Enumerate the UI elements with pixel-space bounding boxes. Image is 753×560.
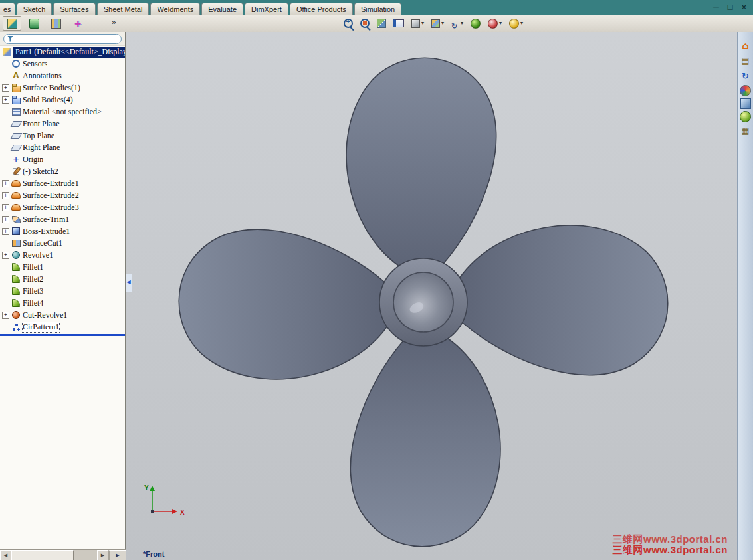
close-button[interactable]: × [738,2,750,12]
home-icon[interactable] [739,39,752,52]
file-explorer-icon[interactable] [739,70,752,83]
dropdown-caret-icon[interactable]: ▾ [499,21,502,26]
dropdown-caret-icon[interactable]: ▾ [441,21,444,26]
propeller-blade-right[interactable] [453,225,668,375]
tab-office-products[interactable]: Office Products [290,3,353,15]
expand-toggle[interactable]: + [2,192,9,199]
display-style-button[interactable]: ▾ [410,16,425,31]
view-orientation-label: *Front [143,550,164,558]
scrollbar-thumb[interactable] [11,550,74,560]
tree-item-top-plane[interactable]: + Top Plane [0,130,125,141]
view-settings-button[interactable]: ▾ [508,16,524,31]
propeller-blade-top[interactable] [346,58,496,272]
propertymanager-tab[interactable] [25,16,43,31]
tree-item-surface-extrude2[interactable]: + Surface-Extrude2 [0,189,125,201]
tree-item-fillet1[interactable]: + Fillet1 [0,261,125,273]
tree-item-front-plane[interactable]: + Front Plane [0,118,125,130]
featuremanager-design-tree-tab[interactable] [3,16,21,31]
tree-item-cut-revolve1[interactable]: + Cut-Revolve1 [0,309,125,321]
tab-evaluate[interactable]: Evaluate [201,3,243,15]
tree-item-surfacecut1[interactable]: + SurfaceCut1 [0,237,125,249]
tree-item-cirpattern1[interactable]: + CirPattern1 [0,321,125,333]
tab-sketch[interactable]: Sketch [17,3,53,15]
rollback-bar[interactable] [0,334,125,336]
section-view-button[interactable] [376,16,387,31]
propeller-hub-dome[interactable] [393,272,453,332]
tree-item-label: (-) Sketch2 [23,167,58,177]
tree-item-label: SurfaceCut1 [23,238,62,248]
tree-item-surface-extrude3[interactable]: + Surface-Extrude3 [0,201,125,213]
tree-filter-input[interactable] [3,34,122,44]
tree-item-origin[interactable]: + Origin [0,153,125,165]
tab-dimxpert[interactable]: DimXpert [245,3,288,15]
expand-toggle[interactable]: + [2,252,9,259]
scrollbar-track[interactable] [11,550,97,560]
tree-item-boss-extrude1[interactable]: + Boss-Extrude1 [0,225,125,237]
graphics-area[interactable]: Y X *Front 三维网www.3dportal.cn 三维网www.3dp… [126,32,737,560]
edit-appearance-button[interactable] [469,16,482,31]
expand-toggle[interactable]: + [2,180,9,187]
tree-item-material-not-specified[interactable]: + Material <not specified> [0,106,125,118]
tree-item-sensors[interactable]: + Sensors [0,58,125,70]
tree-horizontal-scrollbar[interactable]: ◀ ▶ ▶ [0,549,126,560]
design-library-icon[interactable] [739,54,752,68]
annotations-icon [11,71,21,80]
tree-item-solid-bodies-4[interactable]: + Solid Bodies(4) [0,94,125,106]
apply-scene-button[interactable]: ▾ [486,16,503,31]
rotate-view-button[interactable]: ▾ [450,16,465,31]
zoom-to-fit-button[interactable] [359,16,371,31]
expand-toggle[interactable]: + [2,204,9,211]
appearances-icon[interactable] [740,98,751,109]
tree-item-annotations[interactable]: + Annotations [0,70,125,82]
tree-item-part1-root[interactable]: Part1 (Default<<Default>_Display [0,46,125,58]
tab-sheet-metal[interactable]: Sheet Metal [97,3,150,15]
dimxpertmanager-tab[interactable] [68,16,87,31]
dropdown-caret-icon[interactable]: ▾ [520,21,523,26]
tree-item-revolve1[interactable]: + Revolve1 [0,249,125,261]
tree-item-sketch2[interactable]: + (-) Sketch2 [0,165,125,177]
tab-simulation[interactable]: Simulation [354,3,401,15]
tree-item-right-plane[interactable]: + Right Plane [0,141,125,153]
dropdown-caret-icon[interactable]: ▾ [461,21,463,26]
tree-item-surface-bodies-1[interactable]: + Surface Bodies(1) [0,82,125,94]
tab-weldments[interactable]: Weldments [150,3,200,15]
tree-item-label: Sensors [23,59,47,69]
tree-item-surface-extrude1[interactable]: + Surface-Extrude1 [0,177,125,189]
dropdown-caret-icon[interactable]: ▾ [421,21,424,26]
view-orientation-button[interactable]: ▾ [430,16,445,31]
restore-button[interactable]: □ [724,2,736,12]
tab-es[interactable]: es [0,3,15,15]
expand-toggle[interactable]: + [2,96,9,104]
expand-toggle[interactable]: + [2,216,9,223]
tree-item-fillet4[interactable]: + Fillet4 [0,297,125,309]
tab-label: Simulation [361,5,395,13]
tab-surfaces[interactable]: Surfaces [53,3,95,15]
custom-properties-icon[interactable] [739,124,752,138]
tab-label: es [3,5,11,13]
zoom-to-area-button[interactable] [342,16,354,31]
tree-item-fillet2[interactable]: + Fillet2 [0,273,125,285]
expand-toggle[interactable]: + [2,312,9,319]
propeller-blade-left[interactable] [179,229,393,379]
tree-item-label: Cut-Revolve1 [23,310,67,320]
expand-toggle[interactable]: + [2,228,9,235]
expand-toggle[interactable]: + [2,84,9,92]
view-settings-icon [509,19,519,29]
tree-item-label: Fillet3 [23,286,43,296]
tree-item-fillet3[interactable]: + Fillet3 [0,285,125,297]
propeller-blade-bottom[interactable] [350,332,500,547]
sensors-icon [11,59,21,68]
tree-item-label: Fillet1 [23,262,43,272]
scenes-icon[interactable] [740,111,751,122]
scroll-left-button[interactable]: ◀ [0,550,11,560]
panel-collapse-arrow[interactable]: ◀ [126,274,132,292]
view-palette-icon[interactable] [740,85,751,96]
configurationmanager-tab[interactable] [47,16,65,31]
tree-item-surface-trim1[interactable]: + Surface-Trim1 [0,213,125,225]
panel-tabs-overflow-chevron[interactable]: » [112,18,116,27]
minimize-button[interactable]: — [710,2,722,12]
y-axis-arrow [150,486,155,491]
hide-show-items-button[interactable] [392,16,405,31]
scroll-right-button[interactable]: ▶ [97,550,108,560]
panel-corner-button[interactable]: ▶ [108,550,126,560]
